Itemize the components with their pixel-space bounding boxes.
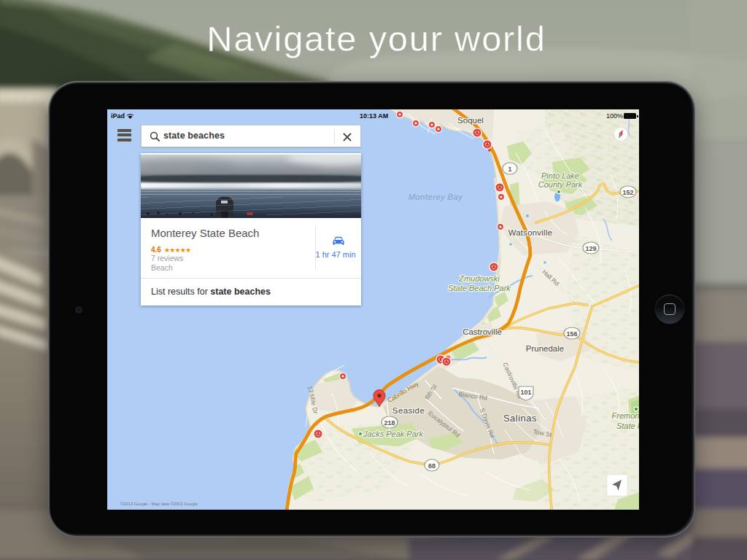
svg-text:Monterey Bay: Monterey Bay — [409, 192, 463, 201]
svg-text:Seaside: Seaside — [392, 406, 425, 415]
svg-text:Zmudowski: Zmudowski — [458, 274, 500, 283]
svg-text:County Park: County Park — [538, 180, 583, 189]
svg-text:Fremont: Fremont — [612, 411, 639, 420]
svg-text:1: 1 — [508, 166, 511, 173]
svg-text:152: 152 — [622, 189, 633, 196]
svg-text:Prunedale: Prunedale — [526, 344, 564, 353]
svg-text:129: 129 — [585, 245, 596, 252]
svg-text:State Beach Park: State Beach Park — [448, 284, 511, 292]
svg-text:68: 68 — [428, 462, 436, 470]
svg-text:State P: State P — [616, 421, 639, 430]
svg-text:Salinas: Salinas — [503, 413, 537, 424]
svg-text:101: 101 — [520, 389, 531, 396]
svg-text:©2013 Google - Map data ©2013: ©2013 Google - Map data ©2013 Google — [120, 502, 198, 506]
svg-text:Watsonville: Watsonville — [508, 228, 553, 237]
svg-text:156: 156 — [566, 330, 577, 338]
svg-text:Pinto Lake: Pinto Lake — [541, 171, 579, 180]
svg-text:218: 218 — [384, 419, 395, 427]
svg-text:Jacks Peak Park: Jacks Peak Park — [363, 429, 423, 438]
svg-text:Castroville: Castroville — [462, 327, 502, 336]
